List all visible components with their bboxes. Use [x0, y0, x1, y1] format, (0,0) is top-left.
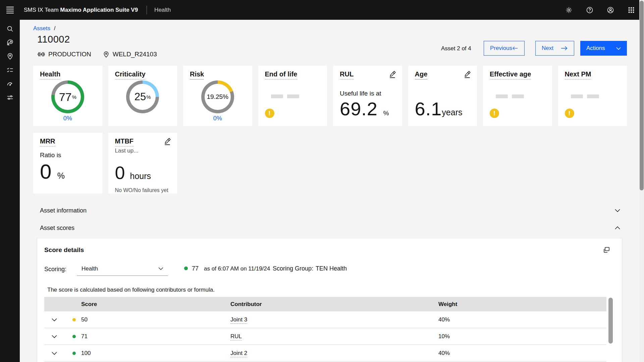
settings-sliders-icon[interactable] — [0, 90, 20, 104]
warning-icon: ! — [265, 109, 274, 118]
header-actions — [565, 0, 635, 20]
rul-value: 69.2 % — [340, 98, 389, 120]
mtbf-subtitle: Last up... — [115, 147, 139, 154]
skeleton-placeholder — [571, 95, 599, 98]
rul-card-title: RUL — [340, 70, 354, 79]
arrow-left-icon — [512, 46, 518, 51]
mrr-card-title: MRR — [40, 137, 55, 146]
score-table: Score Contributor Weight 50 Joint 3 40% — [44, 297, 606, 362]
scoring-dropdown[interactable]: Health — [77, 262, 168, 276]
criticality-card-title: Criticality — [115, 70, 146, 79]
row-weight: 10% — [438, 333, 606, 340]
product-name: Maximo Application Suite V9 — [60, 7, 138, 13]
mrr-subtitle: Ratio is — [40, 152, 61, 159]
rul-card: RUL Useful life is at 69.2 % — [333, 66, 402, 126]
contributor-link[interactable]: RUL — [230, 333, 242, 341]
warning-icon: ! — [565, 109, 574, 118]
column-header-contributor: Contributor — [230, 301, 438, 308]
column-header-weight: Weight — [438, 301, 606, 308]
column-header-score: Score — [64, 301, 230, 308]
search-icon[interactable] — [0, 22, 20, 36]
arrow-right-icon — [560, 46, 568, 51]
row-expand-chevron[interactable] — [44, 335, 64, 338]
work-queue-checklist-icon[interactable] — [0, 63, 20, 77]
rul-subtitle: Useful life is at — [340, 90, 381, 97]
mrr-value: 0 % — [40, 160, 65, 183]
page-scrollbar-thumb[interactable] — [640, 1, 644, 190]
mtbf-card: MTBF Last up... 0 hours No WO/No failure… — [108, 133, 177, 193]
edit-pencil-icon[interactable] — [163, 137, 172, 146]
row-weight: 40% — [438, 350, 606, 357]
assets-icon[interactable] — [0, 36, 20, 49]
location-pin-icon — [103, 51, 110, 58]
user-account-icon[interactable] — [606, 6, 614, 14]
scoring-group-label: Scoring Group: — [273, 265, 313, 272]
score-table-description: The score is calculated based on followi… — [47, 287, 215, 293]
contributor-link[interactable]: Joint 3 — [230, 316, 247, 324]
asset-information-label: Asset information — [40, 207, 87, 214]
table-row: 71 RUL 10% — [44, 328, 606, 345]
scoring-dropdown-value: Health — [82, 265, 98, 272]
warning-icon: ! — [490, 109, 499, 118]
breadcrumb-separator: / — [54, 25, 56, 32]
kpi-cards-row-2: MRR Ratio is 0 % MTBF Last up... 0 hours… — [33, 133, 177, 193]
settings-gear-icon[interactable] — [565, 6, 573, 14]
next-pm-card-title: Next PM — [565, 70, 591, 79]
asset-scores-label: Asset scores — [40, 225, 74, 232]
scoring-group-value: TEN Health — [316, 265, 347, 272]
score-table-header: Score Contributor Weight — [44, 297, 606, 311]
asset-information-section-header[interactable]: Asset information — [33, 203, 627, 218]
mtbf-card-title: MTBF — [115, 137, 134, 146]
help-icon[interactable] — [586, 6, 594, 14]
health-card: Health 77% 0% — [33, 66, 102, 126]
previous-button[interactable]: Previous — [484, 41, 525, 56]
left-sidebar — [0, 20, 20, 362]
chevron-down-icon — [615, 209, 620, 212]
score-details-panel: Score details Scoring: Health 77 as of 6… — [37, 238, 622, 362]
app-name: Health — [154, 7, 171, 13]
header-divider — [147, 6, 147, 14]
asset-type-label: PRODUCTION — [48, 51, 91, 58]
table-scrollbar[interactable] — [608, 298, 613, 362]
menu-icon[interactable] — [0, 0, 20, 20]
mrr-card: MRR Ratio is 0 % — [33, 133, 102, 193]
health-gauge-icon[interactable] — [0, 77, 20, 90]
row-expand-chevron[interactable] — [44, 352, 64, 355]
actions-button[interactable]: Actions — [580, 41, 627, 56]
row-weight: 40% — [438, 316, 606, 323]
edit-pencil-icon[interactable] — [463, 70, 472, 79]
page-scrollbar[interactable] — [639, 0, 644, 362]
risk-card: Risk 19.25% 0% — [183, 66, 252, 126]
edit-pencil-icon[interactable] — [388, 70, 397, 79]
breadcrumb: Assets / — [33, 25, 56, 32]
asset-meta-row: PRODUCTION WELD_R24103 — [37, 51, 157, 58]
next-button[interactable]: Next — [535, 41, 574, 56]
chevron-up-icon — [615, 226, 620, 230]
table-scrollbar-thumb[interactable] — [608, 298, 613, 344]
score-status-dot — [72, 335, 76, 338]
contributor-link[interactable]: Joint 2 — [230, 350, 247, 357]
criticality-donut-gauge: 25% — [126, 80, 159, 113]
chevron-down-icon — [616, 47, 621, 50]
skeleton-placeholder — [271, 95, 299, 98]
page-title-asset-id: 110002 — [37, 34, 70, 45]
next-pm-card: Next PM ! — [558, 66, 627, 126]
asset-location-label: WELD_R24103 — [113, 51, 157, 58]
score-status-dot — [184, 266, 188, 270]
health-zero-link[interactable]: 0% — [33, 115, 102, 122]
popout-icon[interactable] — [602, 246, 610, 254]
risk-card-title: Risk — [190, 70, 204, 79]
row-expand-chevron[interactable] — [44, 318, 64, 321]
end-of-life-card: End of life ! — [258, 66, 327, 126]
asset-location-tag: WELD_R24103 — [103, 51, 157, 58]
asset-scores-section-header[interactable]: Asset scores — [33, 220, 627, 236]
locations-icon[interactable] — [0, 49, 20, 63]
mtbf-value: 0 hours — [115, 162, 151, 183]
risk-zero-link[interactable]: 0% — [183, 115, 252, 122]
table-row: 100 Joint 2 40% — [44, 345, 606, 362]
breadcrumb-assets-link[interactable]: Assets — [33, 25, 50, 32]
age-value: 6.1years — [415, 98, 463, 120]
app-switcher-icon[interactable] — [627, 6, 635, 14]
effective-age-card-title: Effective age — [490, 70, 531, 79]
score-details-title: Score details — [44, 246, 84, 254]
